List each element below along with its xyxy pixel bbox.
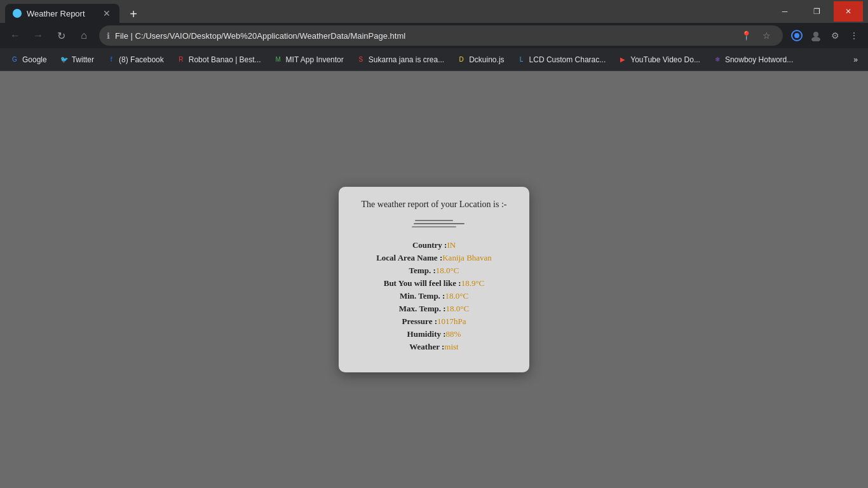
feel-value: 18.9°C (461, 278, 485, 288)
mist-line-3 (412, 226, 456, 227)
window-controls: ─ ❐ ✕ (770, 1, 863, 22)
feel-row: But You will feel like :18.9°C (358, 278, 510, 288)
min-temp-row: Min. Temp. :18.0°C (358, 291, 510, 301)
address-bar[interactable]: ℹ File | C:/Users/VAIO/Desktop/Web%20App… (99, 25, 783, 46)
weather-icon (358, 220, 510, 227)
tab-title: Weather Report (27, 9, 97, 18)
bookmark-robotbanao[interactable]: R Robot Banao | Best... (172, 53, 266, 67)
bookmark-google-label: Google (22, 55, 47, 64)
country-row: Country :IN (358, 240, 510, 250)
feel-label: But You will feel like : (384, 278, 461, 288)
location-icon[interactable]: 📍 (737, 27, 755, 44)
tab-bar: Weather Report ✕ + (5, 0, 770, 23)
browser-actions: ⚙ ⋮ (788, 27, 863, 44)
facebook-icon: f (107, 55, 116, 64)
maximize-button[interactable]: ❐ (802, 1, 831, 22)
more-bookmarks-button[interactable]: » (848, 53, 863, 67)
address-text: File | C:/Users/VAIO/Desktop/Web%20Appli… (115, 31, 732, 41)
extensions-icon[interactable]: ⚙ (826, 27, 844, 44)
temp-value: 18.0°C (436, 266, 459, 275)
google-account-icon[interactable] (807, 27, 825, 44)
svg-point-2 (794, 33, 799, 38)
tab-favicon (13, 9, 22, 18)
mist-line-1 (415, 220, 453, 221)
bookmark-facebook-label: (8) Facebook (119, 55, 164, 64)
bookmark-youtube[interactable]: ▶ YouTube Video Do... (613, 53, 705, 67)
robotbanao-icon: R (177, 55, 186, 64)
snowboy-icon: ❄ (713, 55, 722, 64)
bookmark-star-icon[interactable]: ☆ (757, 27, 775, 44)
weather-label: Weather : (409, 342, 444, 351)
nav-bar: ← → ↻ ⌂ ℹ File | C:/Users/VAIO/Desktop/W… (0, 23, 868, 48)
twitter-icon: 🐦 (60, 55, 69, 64)
bookmark-lcd[interactable]: L LCD Custom Charac... (512, 53, 611, 67)
lcd-icon: L (517, 55, 526, 64)
weather-card: The weather report of your Location is :… (339, 187, 529, 372)
page-content: The weather report of your Location is :… (0, 71, 868, 488)
bookmark-robotbanao-label: Robot Banao | Best... (189, 55, 261, 64)
more-options-icon[interactable]: ⋮ (845, 27, 863, 44)
weather-value: mist (444, 342, 458, 351)
max-temp-label: Max. Temp. : (399, 304, 446, 313)
max-temp-value: 18.0°C (446, 304, 470, 313)
sukarna-icon: S (356, 55, 365, 64)
bookmark-mit[interactable]: M MIT App Inventor (269, 53, 349, 67)
svg-point-4 (811, 37, 820, 41)
title-bar: Weather Report ✕ + ─ ❐ ✕ (0, 0, 868, 23)
temp-label: Temp. : (409, 266, 436, 275)
new-tab-button[interactable]: + (125, 5, 142, 23)
bookmark-mit-label: MIT App Inventor (286, 55, 344, 64)
close-window-button[interactable]: ✕ (834, 1, 863, 22)
pressure-label: Pressure : (402, 316, 437, 326)
mit-icon: M (274, 55, 283, 64)
bookmark-sukarna-label: Sukarna jana is crea... (369, 55, 444, 64)
max-temp-row: Max. Temp. :18.0°C (358, 304, 510, 314)
active-tab[interactable]: Weather Report ✕ (5, 4, 119, 23)
bookmark-youtube-label: YouTube Video Do... (630, 55, 700, 64)
refresh-button[interactable]: ↻ (51, 25, 71, 46)
card-title: The weather report of your Location is :… (358, 200, 510, 210)
area-row: Local Area Name :Kanija Bhavan (358, 253, 510, 263)
bookmark-snowboy[interactable]: ❄ Snowboy Hotword... (708, 53, 798, 67)
humidity-value: 88% (446, 329, 461, 339)
forward-button[interactable]: → (28, 25, 48, 46)
bookmark-google[interactable]: G Google (5, 53, 52, 67)
humidity-row: Humidity :88% (358, 329, 510, 339)
pressure-row: Pressure :1017hPa (358, 316, 510, 327)
country-value: IN (447, 240, 456, 250)
bookmark-snowboy-label: Snowboy Hotword... (725, 55, 793, 64)
bookmark-facebook[interactable]: f (8) Facebook (102, 53, 169, 67)
svg-point-3 (813, 32, 818, 37)
bookmark-dckuino[interactable]: D Dckuino.js (452, 53, 509, 67)
area-value: Kanija Bhavan (442, 253, 492, 262)
tab-close-button[interactable]: ✕ (102, 8, 112, 18)
bookmark-lcd-label: LCD Custom Charac... (529, 55, 606, 64)
weather-row: Weather :mist (358, 342, 510, 352)
info-icon: ℹ (107, 31, 110, 41)
bookmark-dckuino-label: Dckuino.js (469, 55, 504, 64)
chrome-icon[interactable] (788, 27, 806, 44)
address-icons: 📍 ☆ (737, 27, 775, 44)
mist-line-2 (414, 223, 465, 224)
minimize-button[interactable]: ─ (770, 1, 799, 22)
pressure-value: 1017hPa (437, 316, 466, 326)
google-icon: G (10, 55, 19, 64)
bookmark-twitter[interactable]: 🐦 Twitter (55, 53, 99, 67)
home-button[interactable]: ⌂ (74, 25, 94, 46)
humidity-label: Humidity : (407, 329, 446, 339)
bookmark-twitter-label: Twitter (72, 55, 94, 64)
temp-row: Temp. :18.0°C (358, 266, 510, 276)
dckuino-icon: D (457, 55, 466, 64)
bookmark-sukarna[interactable]: S Sukarna jana is crea... (351, 53, 449, 67)
min-temp-label: Min. Temp. : (400, 291, 445, 301)
svg-point-0 (15, 11, 20, 16)
min-temp-value: 18.0°C (445, 291, 468, 301)
back-button[interactable]: ← (5, 25, 25, 46)
bookmarks-bar: G Google 🐦 Twitter f (8) Facebook R Robo… (0, 48, 868, 71)
youtube-icon: ▶ (618, 55, 627, 64)
country-label: Country : (412, 240, 447, 250)
area-label: Local Area Name : (376, 253, 442, 262)
